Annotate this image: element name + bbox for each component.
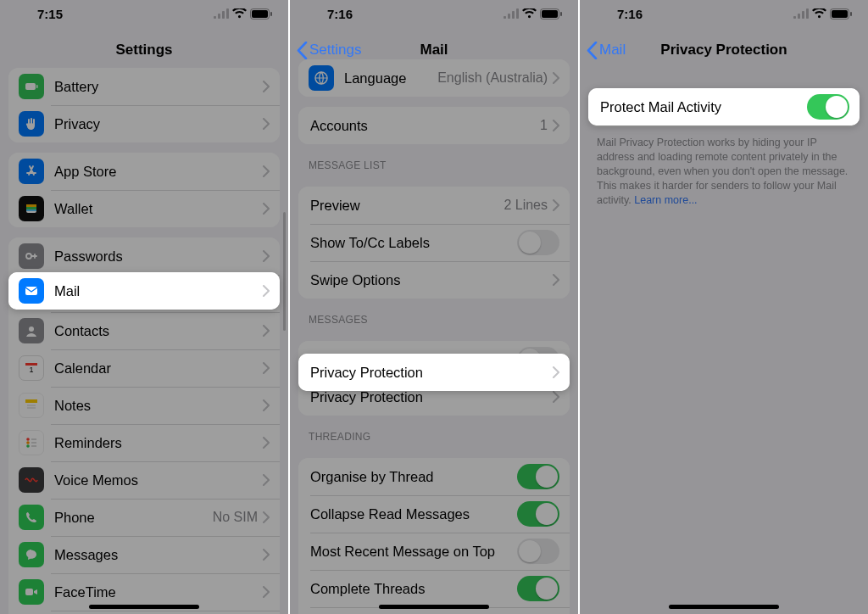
svg-rect-11 [26, 207, 36, 209]
row-swipe-options[interactable]: Swipe Options [298, 261, 570, 299]
row-safari[interactable]: Safari [8, 611, 280, 614]
svg-rect-5 [252, 10, 268, 18]
row-appstore[interactable]: App Store [8, 153, 280, 190]
chevron-right-icon [263, 399, 270, 411]
settings-screen: 7:15 Settings Battery Privacy [0, 0, 288, 614]
row-calendar[interactable]: 1 Calendar [8, 349, 280, 387]
svg-rect-27 [25, 589, 33, 595]
svg-rect-2 [222, 11, 225, 19]
chevron-right-icon [553, 274, 559, 286]
chevron-left-icon [297, 42, 308, 59]
svg-rect-31 [508, 14, 510, 19]
chevron-right-icon [263, 250, 270, 262]
section-messages: MESSAGES [290, 299, 578, 331]
status-bar: 7:16 [580, 0, 868, 27]
wifi-icon [232, 8, 247, 19]
row-contacts[interactable]: Contacts [8, 312, 280, 349]
chevron-right-icon [263, 325, 270, 337]
status-icons [504, 8, 563, 20]
row-organise-by-thread[interactable]: Organise by Thread [298, 458, 570, 495]
privacy-list[interactable]: Protect Mail Activity Mail Privacy Prote… [580, 59, 868, 614]
row-mail-highlight[interactable]: Mail [8, 272, 280, 310]
chevron-left-icon [587, 42, 598, 59]
wifi-icon [522, 8, 537, 19]
calendar-icon: 1 [19, 355, 44, 381]
row-phone[interactable]: Phone No SIM [8, 499, 280, 536]
svg-rect-32 [512, 11, 515, 19]
home-indicator[interactable] [379, 605, 489, 609]
scrollbar-indicator [283, 212, 286, 331]
toggle-show-tocc[interactable] [517, 230, 559, 255]
row-voicememos[interactable]: Voice Memos [8, 461, 280, 499]
chevron-right-icon [263, 511, 270, 523]
svg-point-22 [26, 441, 30, 444]
row-privacy-protection-highlight[interactable]: Privacy Protection [298, 354, 570, 391]
cellular-icon [504, 8, 519, 19]
mail-settings-screen: 7:16 Settings Mail Language English (Aus… [290, 0, 578, 614]
settings-list[interactable]: Battery Privacy App Store Wallet [0, 59, 288, 614]
battery-icon [540, 8, 563, 20]
svg-rect-33 [516, 8, 519, 19]
facetime-icon [19, 579, 44, 605]
section-message-list: MESSAGE LIST [290, 144, 578, 176]
contacts-icon [19, 318, 44, 343]
row-preview[interactable]: Preview 2 Lines [298, 187, 570, 224]
svg-point-23 [26, 444, 30, 448]
row-passwords[interactable]: Passwords [8, 237, 280, 275]
svg-rect-7 [25, 83, 36, 90]
chevron-right-icon [263, 118, 270, 130]
row-accounts[interactable]: Accounts 1 [298, 107, 570, 144]
home-indicator[interactable] [89, 605, 199, 609]
voice-memos-icon [19, 467, 44, 493]
row-messages[interactable]: Messages [8, 536, 280, 573]
svg-rect-44 [850, 12, 852, 16]
row-most-recent-top[interactable]: Most Recent Message on Top [298, 533, 570, 570]
row-wallet[interactable]: Wallet [8, 190, 280, 227]
chevron-right-icon [263, 586, 270, 598]
page-title: Privacy Protection [660, 42, 787, 59]
svg-text:1: 1 [29, 366, 33, 374]
notes-icon [19, 393, 44, 418]
status-time: 7:15 [15, 7, 63, 21]
toggle-collapse-read[interactable] [517, 501, 559, 527]
row-complete-threads[interactable]: Complete Threads [298, 570, 570, 607]
chevron-right-icon [263, 474, 270, 486]
toggle-complete-threads[interactable] [517, 576, 559, 601]
chevron-right-icon [553, 391, 559, 403]
chevron-right-icon [553, 366, 559, 378]
svg-rect-12 [26, 209, 36, 211]
svg-rect-29 [25, 287, 37, 295]
row-show-tocc[interactable]: Show To/Cc Labels [298, 224, 570, 261]
svg-rect-3 [226, 8, 229, 19]
learn-more-link[interactable]: Learn more... [634, 194, 697, 206]
svg-rect-30 [504, 16, 506, 19]
home-indicator[interactable] [669, 605, 779, 609]
battery-settings-icon [19, 74, 44, 99]
battery-icon [830, 8, 853, 20]
row-reminders[interactable]: Reminders [8, 424, 280, 461]
svg-rect-36 [560, 12, 562, 16]
row-privacy[interactable]: Privacy [8, 105, 280, 142]
nav-bar: Settings Mail [290, 31, 578, 70]
chevron-right-icon [263, 362, 270, 374]
row-collapse-read[interactable]: Collapse Read Messages [298, 495, 570, 533]
hand-icon [19, 111, 44, 137]
toggle-protect-mail-activity[interactable] [807, 94, 849, 120]
mail-icon [19, 278, 44, 304]
page-title: Settings [115, 42, 172, 59]
svg-rect-0 [214, 16, 216, 19]
back-button[interactable]: Mail [587, 31, 626, 70]
section-threading: THREADING [290, 416, 578, 448]
chevron-right-icon [263, 285, 270, 297]
status-bar: 7:15 [0, 0, 288, 27]
status-bar: 7:16 [290, 0, 578, 27]
row-notes[interactable]: Notes [8, 387, 280, 424]
row-protect-mail-activity-highlight[interactable]: Protect Mail Activity [588, 88, 860, 126]
mail-settings-list[interactable]: Language English (Australia) Accounts 1 … [290, 59, 578, 614]
back-button[interactable]: Settings [297, 31, 361, 70]
toggle-organise-thread[interactable] [517, 464, 559, 489]
toggle-most-recent-top[interactable] [517, 539, 559, 564]
status-icons [793, 8, 853, 20]
cellular-icon [793, 8, 809, 19]
row-battery[interactable]: Battery [8, 68, 280, 105]
